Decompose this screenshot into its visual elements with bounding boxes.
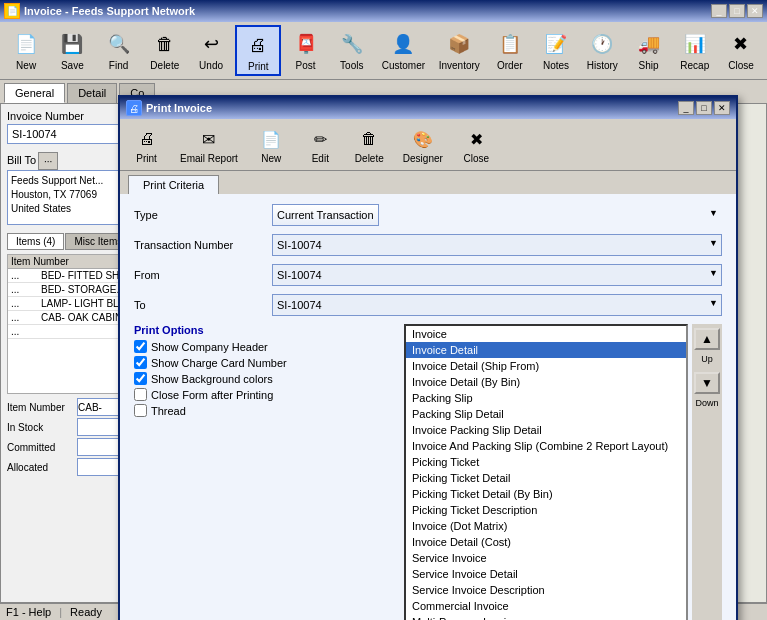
modal-title: Print Invoice bbox=[146, 102, 212, 114]
trans-number-wrapper bbox=[272, 234, 722, 256]
print-options-label: Print Options bbox=[134, 324, 394, 336]
up-label: Up bbox=[701, 354, 713, 364]
to-label: To bbox=[134, 299, 264, 311]
print-options-col: Print Options Show Company HeaderShow Ch… bbox=[134, 324, 394, 603]
modal-close-label: Close bbox=[464, 153, 490, 164]
type-select[interactable]: Current Transaction Range All bbox=[272, 204, 379, 226]
close_form-label: Close Form after Printing bbox=[151, 389, 273, 401]
to-wrapper bbox=[272, 294, 722, 316]
modal-edit-label: Edit bbox=[312, 153, 329, 164]
modal-designer-button[interactable]: 🎨Designer bbox=[396, 122, 450, 167]
report-item[interactable]: Service Invoice Description bbox=[406, 582, 686, 598]
report-item[interactable]: Packing Slip bbox=[406, 390, 686, 406]
modal-close-button[interactable]: ✕ bbox=[714, 101, 730, 115]
thread-checkbox[interactable] bbox=[134, 404, 147, 417]
from-input[interactable] bbox=[272, 264, 722, 286]
modal-delete-button[interactable]: 🗑Delete bbox=[347, 122, 392, 167]
report-item[interactable]: Invoice (Dot Matrix) bbox=[406, 518, 686, 534]
report-list[interactable]: InvoiceInvoice DetailInvoice Detail (Shi… bbox=[404, 324, 688, 603]
report-item[interactable]: Invoice Detail (By Bin) bbox=[406, 374, 686, 390]
modal-email-label: Email Report bbox=[180, 153, 238, 164]
print-invoice-modal: 🖨 Print Invoice _ □ ✕ 🖨Print✉Email Repor… bbox=[118, 95, 738, 603]
modal-email-button[interactable]: ✉Email Report bbox=[173, 122, 245, 167]
report-item[interactable]: Picking Ticket Description bbox=[406, 502, 686, 518]
modal-tab-strip: Print Criteria bbox=[120, 171, 736, 194]
show_charge-checkbox[interactable] bbox=[134, 356, 147, 369]
close_form-row: Close Form after Printing bbox=[134, 388, 394, 401]
report-item[interactable]: Commercial Invoice bbox=[406, 598, 686, 603]
modal-overlay: 🖨 Print Invoice _ □ ✕ 🖨Print✉Email Repor… bbox=[0, 0, 767, 603]
modal-maximize-button[interactable]: □ bbox=[696, 101, 712, 115]
thread-row: Thread bbox=[134, 404, 394, 417]
modal-edit-icon: ✏ bbox=[306, 125, 334, 153]
report-item[interactable]: Picking Ticket Detail (By Bin) bbox=[406, 486, 686, 502]
modal-email-icon: ✉ bbox=[195, 125, 223, 153]
thread-label: Thread bbox=[151, 405, 186, 417]
modal-edit-button[interactable]: ✏Edit bbox=[298, 122, 343, 167]
modal-icon: 🖨 bbox=[126, 100, 142, 116]
report-item[interactable]: Invoice Detail (Cost) bbox=[406, 534, 686, 550]
report-item[interactable]: Service Invoice Detail bbox=[406, 566, 686, 582]
modal-new-icon: 📄 bbox=[257, 125, 285, 153]
modal-new-button[interactable]: 📄New bbox=[249, 122, 294, 167]
trans-number-row: Transaction Number bbox=[134, 234, 722, 256]
report-item[interactable]: Picking Ticket Detail bbox=[406, 470, 686, 486]
show_charge-row: Show Charge Card Number bbox=[134, 356, 394, 369]
type-select-wrapper: Current Transaction Range All bbox=[272, 204, 722, 226]
checkboxes-container: Show Company HeaderShow Charge Card Numb… bbox=[134, 340, 394, 417]
to-row: To bbox=[134, 294, 722, 316]
from-row: From bbox=[134, 264, 722, 286]
report-item[interactable]: Invoice Detail (Ship From) bbox=[406, 358, 686, 374]
show_company-label: Show Company Header bbox=[151, 341, 268, 353]
report-nav: ▲ Up ▼ Down bbox=[692, 324, 722, 603]
from-label: From bbox=[134, 269, 264, 281]
modal-close-button[interactable]: ✖Close bbox=[454, 122, 499, 167]
modal-body: Type Current Transaction Range All Trans… bbox=[120, 194, 736, 603]
type-row: Type Current Transaction Range All bbox=[134, 204, 722, 226]
report-item[interactable]: Packing Slip Detail bbox=[406, 406, 686, 422]
modal-close-icon: ✖ bbox=[462, 125, 490, 153]
modal-print-label: Print bbox=[136, 153, 157, 164]
report-item[interactable]: Picking Ticket bbox=[406, 454, 686, 470]
modal-print-icon: 🖨 bbox=[133, 125, 161, 153]
report-item[interactable]: Invoice Detail bbox=[406, 342, 686, 358]
show_bg-checkbox[interactable] bbox=[134, 372, 147, 385]
modal-new-label: New bbox=[261, 153, 281, 164]
report-item[interactable]: Invoice And Packing Slip (Combine 2 Repo… bbox=[406, 438, 686, 454]
report-item[interactable]: Service Invoice bbox=[406, 550, 686, 566]
to-input[interactable] bbox=[272, 294, 722, 316]
show_bg-row: Show Background colors bbox=[134, 372, 394, 385]
trans-number-label: Transaction Number bbox=[134, 239, 264, 251]
modal-delete-icon: 🗑 bbox=[355, 125, 383, 153]
report-list-col: InvoiceInvoice DetailInvoice Detail (Shi… bbox=[404, 324, 722, 603]
nav-up-button[interactable]: ▲ bbox=[694, 328, 720, 350]
from-wrapper bbox=[272, 264, 722, 286]
modal-print-button[interactable]: 🖨Print bbox=[124, 122, 169, 167]
nav-down-button[interactable]: ▼ bbox=[694, 372, 720, 394]
close_form-checkbox[interactable] bbox=[134, 388, 147, 401]
modal-toolbar: 🖨Print✉Email Report📄New✏Edit🗑Delete🎨Desi… bbox=[120, 119, 736, 171]
show_charge-label: Show Charge Card Number bbox=[151, 357, 287, 369]
modal-minimize-button[interactable]: _ bbox=[678, 101, 694, 115]
show_company-row: Show Company Header bbox=[134, 340, 394, 353]
modal-designer-label: Designer bbox=[403, 153, 443, 164]
report-item[interactable]: Invoice bbox=[406, 326, 686, 342]
modal-delete-label: Delete bbox=[355, 153, 384, 164]
print-criteria-tab[interactable]: Print Criteria bbox=[128, 175, 219, 194]
type-label: Type bbox=[134, 209, 264, 221]
down-label: Down bbox=[695, 398, 718, 408]
report-item[interactable]: Invoice Packing Slip Detail bbox=[406, 422, 686, 438]
trans-number-input[interactable] bbox=[272, 234, 722, 256]
modal-title-bar: 🖨 Print Invoice _ □ ✕ bbox=[120, 97, 736, 119]
modal-designer-icon: 🎨 bbox=[409, 125, 437, 153]
two-col-layout: Print Options Show Company HeaderShow Ch… bbox=[134, 324, 722, 603]
show_bg-label: Show Background colors bbox=[151, 373, 273, 385]
show_company-checkbox[interactable] bbox=[134, 340, 147, 353]
